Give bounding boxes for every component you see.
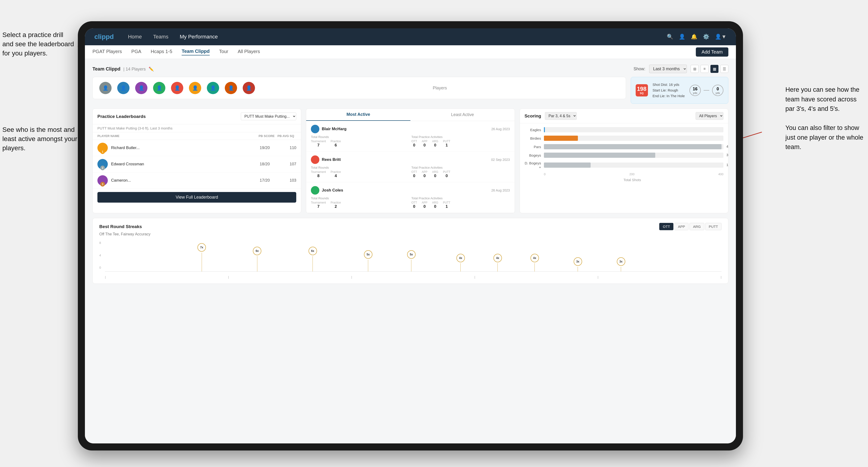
- practice-numbers-1: OTT 0 APP 0 ARG 0: [411, 139, 510, 148]
- x-label-200: 200: [629, 173, 634, 176]
- subnav-pga[interactable]: PGA: [131, 49, 141, 55]
- tablet-screen: clippd Home Teams My Performance 🔍 👤 🔔 ⚙…: [85, 28, 736, 443]
- streak-point: 6x: [253, 247, 261, 272]
- bar-fill-pars: [544, 144, 722, 149]
- bar-label-birdies: Birdies: [525, 136, 541, 140]
- nav-home[interactable]: Home: [128, 34, 142, 40]
- subnav-all-players[interactable]: All Players: [238, 49, 260, 55]
- chart-xlabel: Total Shots: [525, 178, 723, 182]
- app-col-3: APP 0: [422, 201, 427, 209]
- col-player-name: PLAYER NAME: [97, 134, 258, 138]
- show-select[interactable]: Last 3 months: [649, 65, 687, 73]
- app-val-2: 0: [422, 174, 427, 178]
- most-active-button[interactable]: Most Active: [306, 109, 410, 121]
- arg-label-2: ARG: [432, 170, 438, 174]
- shot-circle-2-label: yds: [716, 92, 720, 94]
- table-view-btn[interactable]: ☰: [720, 65, 728, 73]
- lb-name-2: Edward Crossman: [111, 162, 252, 166]
- player-avatar-5[interactable]: 👤: [171, 82, 183, 94]
- player-avatar-2[interactable]: 👤: [117, 82, 129, 94]
- subnav-team-clippd[interactable]: Team Clippd: [182, 49, 210, 55]
- player-avatar-3[interactable]: 👤: [135, 82, 148, 94]
- practice-col-1: Practice 6: [331, 139, 341, 148]
- total-practice-label-1: Total Practice Activities: [411, 135, 510, 139]
- y-label-bot: 0: [99, 266, 101, 269]
- shot-badge-num: 198: [637, 86, 646, 92]
- x-label-0: 0: [544, 173, 546, 176]
- view-full-leaderboard-button[interactable]: View Full Leaderboard: [97, 192, 296, 203]
- streaks-app-button[interactable]: APP: [674, 223, 688, 230]
- player-avatar-9[interactable]: 👤: [243, 82, 255, 94]
- player-avatar-4[interactable]: 👤: [153, 82, 165, 94]
- team-player-count: | 14 Players: [123, 67, 146, 71]
- streak-point: 5x: [407, 250, 415, 272]
- user-avatar-nav[interactable]: 👤▼: [715, 34, 726, 40]
- settings-icon[interactable]: ⚙️: [703, 34, 709, 40]
- least-active-button[interactable]: Least Active: [410, 109, 515, 121]
- edit-icon[interactable]: ✏️: [149, 67, 154, 71]
- bar-row-birdies: Birdies 96: [525, 135, 723, 141]
- streaks-ott-button[interactable]: OTT: [659, 223, 673, 230]
- shot-dist: Shot Dist: 16 yds: [653, 82, 685, 88]
- scoring-par-filter[interactable]: Par 3, 4 & 5s: [545, 112, 577, 120]
- rank-badge-1: 1: [100, 149, 105, 154]
- app-val-1: 0: [422, 143, 427, 148]
- nav-my-performance[interactable]: My Performance: [180, 34, 218, 40]
- shot-circle-2-val: 0: [717, 87, 719, 92]
- subnav: PGAT Players PGA Hcaps 1-5 Team Clippd T…: [85, 45, 736, 59]
- search-icon[interactable]: 🔍: [667, 34, 673, 40]
- practice-col-2: Practice 4: [331, 170, 341, 178]
- lb-score-1: 19/20: [255, 146, 274, 150]
- player-avatar-7[interactable]: 👤: [207, 82, 219, 94]
- card-view-btn[interactable]: ▦: [710, 65, 718, 73]
- arg-label-3: ARG: [432, 201, 438, 204]
- streaks-putt-button[interactable]: PUTT: [705, 223, 721, 230]
- bell-icon[interactable]: 🔔: [691, 34, 697, 40]
- drill-select[interactable]: PUTT Must Make Putting...: [241, 113, 296, 120]
- annotation-left2-text: See who is the most and least active amo…: [2, 126, 78, 152]
- person-icon[interactable]: 👤: [679, 34, 685, 40]
- arg-val-2: 0: [432, 174, 438, 178]
- activity-player-row-2: Rees Britt 02 Sep 2023 Total Rounds Tour…: [306, 152, 515, 182]
- tablet-frame: clippd Home Teams My Performance 🔍 👤 🔔 ⚙…: [78, 21, 743, 450]
- add-team-button[interactable]: Add Team: [696, 48, 728, 57]
- streak-point: 3x: [574, 257, 582, 272]
- x-tick-6: |: [721, 275, 721, 279]
- show-label: Show:: [633, 66, 645, 71]
- tournament-label-2: Tournament: [311, 170, 326, 174]
- app-label-2: APP: [422, 170, 427, 174]
- rounds-numbers-3: Tournament 7 Practice 2: [311, 201, 409, 209]
- nav-teams[interactable]: Teams: [153, 34, 168, 40]
- activity-name-row-3: Josh Coles 26 Aug 2023: [311, 186, 510, 195]
- tournament-col-2: Tournament 8: [311, 170, 326, 178]
- x-label-400: 400: [718, 173, 723, 176]
- subnav-hcaps[interactable]: Hcaps 1-5: [151, 49, 172, 55]
- player-avatar-6[interactable]: 👤: [189, 82, 201, 94]
- annotation-left-2: See who is the most and least active amo…: [2, 125, 80, 153]
- player-avatar-1[interactable]: 👤: [99, 82, 112, 94]
- activity-avatar-2: [311, 155, 319, 164]
- bar-val-dbogeys: 131: [726, 163, 728, 167]
- bar-row-pars: Pars 499: [525, 144, 723, 149]
- table-row: 1 Richard Butler... 19/20 110: [93, 140, 301, 156]
- streaks-subtitle: Off The Tee, Fairway Accuracy: [99, 232, 721, 236]
- practice-label-2: Practice: [331, 170, 341, 174]
- rank-badge-2: 2: [100, 165, 105, 170]
- annotation-left1-text: Select a practice drill and see the lead…: [2, 31, 74, 57]
- annotation-left-1: Select a practice drill and see the lead…: [2, 30, 75, 58]
- navbar: clippd Home Teams My Performance 🔍 👤 🔔 ⚙…: [85, 28, 736, 45]
- drill-subtitle: PUTT Must Make Putting (3-6 ft), Last 3 …: [93, 124, 301, 132]
- shot-card: 198 SQ Shot Dist: 16 yds Start Lie: Roug…: [631, 77, 728, 104]
- list-view-btn[interactable]: ≡: [701, 65, 709, 73]
- bar-row-bogeys: Bogeys 311: [525, 153, 723, 158]
- subnav-tour[interactable]: Tour: [219, 49, 228, 55]
- subnav-pgat[interactable]: PGAT Players: [92, 49, 122, 55]
- activity-stats-1: Total Rounds Tournament 7 Practice 6: [311, 135, 510, 148]
- scoring-player-filter[interactable]: All Players: [695, 112, 723, 120]
- player-avatar-8[interactable]: 👤: [225, 82, 237, 94]
- activity-card: Most Active Least Active Blair McHarg 26…: [306, 108, 515, 213]
- activity-date-3: 26 Aug 2023: [491, 188, 510, 192]
- players-label: Players: [433, 86, 447, 91]
- streaks-arg-button[interactable]: ARG: [689, 223, 704, 230]
- grid-view-btn[interactable]: ⊞: [691, 65, 699, 73]
